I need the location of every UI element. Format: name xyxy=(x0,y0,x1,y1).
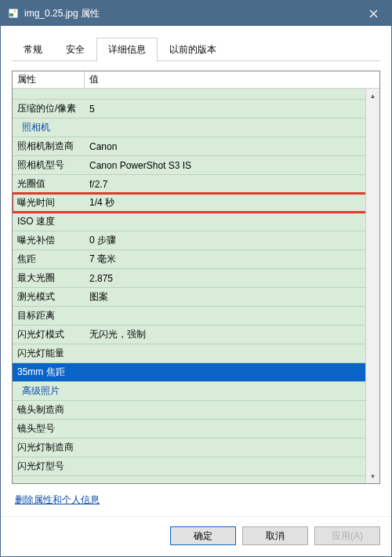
cell-val: 无闪光，强制 xyxy=(85,328,365,341)
cell-val: 2.875 xyxy=(85,273,365,284)
tab-bar: 常规 安全 详细信息 以前的版本 xyxy=(1,26,391,61)
cell-val: Canon xyxy=(85,141,365,152)
svg-rect-1 xyxy=(9,13,13,16)
titlebar[interactable]: img_0.25.jpg 属性 xyxy=(1,1,391,26)
cell-attr: 镜头制造商 xyxy=(13,403,85,417)
tab-security[interactable]: 安全 xyxy=(54,38,96,62)
cell-attr: 照相机型号 xyxy=(13,158,85,172)
apply-button[interactable]: 应用(A) xyxy=(314,526,380,545)
cell-val: 7 毫米 xyxy=(85,253,365,266)
ok-button[interactable]: 确定 xyxy=(170,526,236,545)
cell-val: 5 xyxy=(85,104,365,115)
list-header: 属性 值 xyxy=(13,71,379,89)
cell-val: f/2.7 xyxy=(85,179,365,190)
cell-attr: 闪光灯能量 xyxy=(13,347,85,360)
list-row-flash-energy[interactable]: 闪光灯能量 xyxy=(13,344,365,363)
cell-attr: 照相机制造商 xyxy=(13,140,85,153)
tab-previous-versions[interactable]: 以前的版本 xyxy=(158,38,228,62)
cell-attr: 曝光时间 xyxy=(13,196,85,209)
tab-general[interactable]: 常规 xyxy=(12,38,54,62)
cell-attr: ISO 速度 xyxy=(13,215,85,228)
cell-attr: 光圈值 xyxy=(13,177,85,191)
remove-properties-link[interactable]: 删除属性和个人信息 xyxy=(15,494,100,505)
list-row-exposure-time[interactable]: 曝光时间 1/4 秒 xyxy=(13,194,365,213)
scroll-down-icon[interactable]: ▼ xyxy=(368,471,379,482)
cancel-button[interactable]: 取消 xyxy=(242,526,308,545)
list-body-wrap: 压缩的位/像素 5 照相机 照相机制造商 Canon 照相机型号 Canon P… xyxy=(13,89,379,483)
tab-underline xyxy=(12,60,380,61)
app-icon xyxy=(7,7,20,20)
list-row-35mm-focal[interactable]: 35mm 焦距 xyxy=(13,363,365,382)
window-title: img_0.25.jpg 属性 xyxy=(24,7,356,20)
cell-attr: 压缩的位/像素 xyxy=(13,102,85,115)
cell-attr: 闪光灯型号 xyxy=(13,460,85,473)
cell-val: 1/4 秒 xyxy=(85,196,365,209)
column-value[interactable]: 值 xyxy=(85,71,379,88)
list-row-max-aperture[interactable]: 最大光圈 2.875 xyxy=(13,269,365,288)
svg-point-2 xyxy=(14,10,16,13)
list-row-flash-maker[interactable]: 闪光灯制造商 xyxy=(13,439,365,457)
list-row-maker[interactable]: 照相机制造商 Canon xyxy=(13,137,365,156)
scrollbar-vertical[interactable]: ▲ ▼ xyxy=(365,89,379,483)
property-list: 属性 值 压缩的位/像素 5 照相机 照相机制造商 xyxy=(12,71,380,484)
cell-val: 0 步骤 xyxy=(85,234,365,247)
tab-content: 属性 值 压缩的位/像素 5 照相机 照相机制造商 xyxy=(1,61,391,516)
list-row-metering[interactable]: 测光模式 图案 xyxy=(13,288,365,307)
list-row-focal[interactable]: 焦距 7 毫米 xyxy=(13,250,365,269)
cell-attr: 测光模式 xyxy=(13,290,85,304)
list-row-bits[interactable]: 压缩的位/像素 5 xyxy=(13,100,365,118)
button-bar: 确定 取消 应用(A) xyxy=(1,516,391,556)
list-row-subject-distance[interactable]: 目标距离 xyxy=(13,307,365,326)
cell-attr: 曝光补偿 xyxy=(13,234,85,247)
scroll-up-icon[interactable]: ▲ xyxy=(368,90,379,101)
list-row-flash-model[interactable]: 闪光灯型号 xyxy=(13,457,365,476)
properties-dialog: img_0.25.jpg 属性 常规 安全 详细信息 以前的版本 属性 值 xyxy=(0,0,392,557)
list-row-ev[interactable]: 曝光补偿 0 步骤 xyxy=(13,231,365,250)
link-row: 删除属性和个人信息 xyxy=(12,484,380,510)
cell-val: 图案 xyxy=(85,290,365,304)
list-row-iso[interactable]: ISO 速度 xyxy=(13,213,365,231)
list-row-fnumber[interactable]: 光圈值 f/2.7 xyxy=(13,175,365,194)
cell-attr: 最大光圈 xyxy=(13,271,85,285)
cell-attr: 镜头型号 xyxy=(13,422,85,435)
list-row-model[interactable]: 照相机型号 Canon PowerShot S3 IS xyxy=(13,156,365,175)
list-row-lens-maker[interactable]: 镜头制造商 xyxy=(13,401,365,420)
cell-attr: 闪光灯模式 xyxy=(13,328,85,341)
section-camera: 照相机 xyxy=(13,118,365,137)
list-body: 压缩的位/像素 5 照相机 照相机制造商 Canon 照相机型号 Canon P… xyxy=(13,89,365,483)
column-attribute[interactable]: 属性 xyxy=(13,71,85,88)
list-row-flash-mode[interactable]: 闪光灯模式 无闪光，强制 xyxy=(13,326,365,344)
section-advanced: 高级照片 xyxy=(13,382,365,401)
tab-details[interactable]: 详细信息 xyxy=(96,38,158,62)
cell-attr: 35mm 焦距 xyxy=(13,366,85,379)
cell-attr: 目标距离 xyxy=(13,309,85,322)
close-button[interactable] xyxy=(356,1,391,26)
cell-val: Canon PowerShot S3 IS xyxy=(85,160,365,171)
cell-attr: 焦距 xyxy=(13,253,85,266)
list-row-lens-model[interactable]: 镜头型号 xyxy=(13,420,365,439)
cell-attr: 闪光灯制造商 xyxy=(13,441,85,454)
list-row-partial[interactable] xyxy=(13,89,365,100)
